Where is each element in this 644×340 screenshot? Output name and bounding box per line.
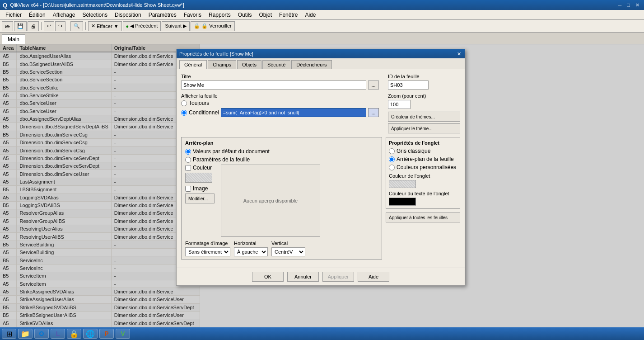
app-icon: Q <box>3 2 7 9</box>
parametres-feuille-label: Paramètres de la feuille <box>193 156 250 163</box>
id-section: ID de la feuille <box>388 74 460 90</box>
taskbar-explorer[interactable]: 📁 <box>18 329 33 339</box>
modifier-button[interactable]: Modifier... <box>185 194 215 203</box>
horizontal-label: Horizontal <box>234 241 268 246</box>
verrouiller-button[interactable]: 🔒 🔒 Verrouiller <box>191 21 235 31</box>
id-input[interactable] <box>388 80 429 90</box>
dialog-tab-general[interactable]: Général <box>179 60 207 69</box>
toujours-radio[interactable] <box>181 100 187 106</box>
effacer-icon: ✕ <box>91 23 95 29</box>
couleur-checkbox[interactable] <box>185 165 191 171</box>
tab-main[interactable]: Main <box>2 34 25 44</box>
afficher-label: Afficher la feuille <box>181 93 379 99</box>
effacer-button[interactable]: ✕ Effacer ▼ <box>88 21 122 31</box>
qlik-icon: V <box>121 330 125 337</box>
menu-disposition[interactable]: Disposition <box>111 11 145 19</box>
preview-area: Aucun aperçu disponible <box>221 165 320 237</box>
formatage-row: Formatage d'image Sans étirement Horizon… <box>185 241 378 256</box>
aide-button[interactable]: Aide <box>358 272 389 282</box>
chrome-icon: 🌐 <box>86 330 95 338</box>
menu-aide[interactable]: Aide <box>301 11 319 19</box>
arriere-plan-onglet-radio[interactable] <box>389 156 395 162</box>
close-button[interactable]: ✕ <box>634 2 641 8</box>
print-button[interactable]: 🖨 <box>28 21 39 31</box>
vertical-section: Vertical CentréV <box>271 241 305 256</box>
toujours-row: Toujours <box>181 100 379 106</box>
toolbar-separator-3 <box>85 22 86 30</box>
search-button[interactable]: 🔍 <box>70 21 83 31</box>
taskbar-start[interactable]: ⊞ <box>2 329 16 339</box>
arriere-plan-title: Arrière-plan <box>185 140 378 146</box>
parametres-feuille-radio[interactable] <box>185 157 191 163</box>
taskbar: ⊞ 📁 O L 🔒 🌐 P V <box>0 327 644 340</box>
save-button[interactable]: 💾 <box>14 21 27 31</box>
dialog-buttons: OK Annuler Appliquer Aide <box>177 268 465 285</box>
valeurs-defaut-radio[interactable] <box>185 149 191 155</box>
taskbar-outlook[interactable]: O <box>34 329 49 339</box>
ok-button[interactable]: OK <box>252 272 284 282</box>
onglet-props-title: Propriétés de l'onglet <box>389 140 457 146</box>
couleur-texte-swatch[interactable] <box>389 198 416 206</box>
dialog-tab-declencheurs[interactable]: Déclencheurs <box>291 60 331 69</box>
valeurs-defaut-label: Valeurs par défaut du document <box>193 148 270 155</box>
taskbar-qlik[interactable]: V <box>116 329 130 339</box>
menu-parametres[interactable]: Paramètres <box>145 11 180 19</box>
titre-input[interactable] <box>181 80 366 90</box>
couleurs-personnalisees-radio[interactable] <box>389 165 395 170</box>
image-checkbox[interactable] <box>185 186 191 192</box>
appliquer-toutes-button[interactable]: Appliquer à toutes les feuilles <box>386 212 460 222</box>
vertical-select[interactable]: CentréV <box>271 247 305 256</box>
formatage-select[interactable]: Sans étirement <box>185 247 230 256</box>
explorer-icon: 📁 <box>21 330 30 338</box>
createur-themes-button[interactable]: Créateur de thèmes... <box>388 112 460 122</box>
zoom-input[interactable] <box>388 100 411 109</box>
gris-classique-label: Gris classique <box>397 148 430 154</box>
precedent-button[interactable]: ● ◀ Précédent <box>123 21 161 31</box>
horizontal-select[interactable]: À gauche <box>234 247 268 256</box>
menu-outils[interactable]: Outils <box>234 11 256 19</box>
effacer-arrow: ▼ <box>114 24 119 29</box>
zoom-theme-section: Zoom (pour cent) Créateur de thèmes... A… <box>388 93 460 133</box>
menu-favoris[interactable]: Favoris <box>180 11 205 19</box>
toujours-label: Toujours <box>189 100 209 106</box>
id-label: ID de la feuille <box>388 74 460 79</box>
minimize-button[interactable]: ─ <box>616 2 624 8</box>
condition-browse-button[interactable]: ... <box>368 108 379 117</box>
menu-fenetre[interactable]: Fenêtre <box>275 11 301 19</box>
menu-fichier[interactable]: Fichier <box>2 11 25 19</box>
couleur-onglet-swatch[interactable] <box>389 180 416 188</box>
formatage-label: Formatage d'image <box>185 241 230 246</box>
appliquer-theme-button[interactable]: Appliquer le thème... <box>388 123 460 133</box>
outlook-icon: O <box>39 330 44 337</box>
dialog-title-bar: Propriétés de la feuille [Show Me] ✕ <box>177 49 465 58</box>
menu-rapports[interactable]: Rapports <box>205 11 234 19</box>
menu-edition[interactable]: Édition <box>25 11 49 19</box>
taskbar-teams[interactable]: L <box>51 329 65 339</box>
condition-input[interactable] <box>221 108 366 117</box>
suivant-button[interactable]: Suivant ▶ <box>162 21 190 31</box>
new-button[interactable]: 🗁 <box>2 21 13 31</box>
titre-browse-button[interactable]: ... <box>368 80 379 90</box>
maximize-button[interactable]: □ <box>625 2 632 8</box>
gris-classique-radio[interactable] <box>389 148 395 154</box>
menu-selections[interactable]: Sélections <box>79 11 111 19</box>
redo-button[interactable]: ↪ <box>55 21 65 31</box>
undo-button[interactable]: ↩ <box>44 21 54 31</box>
couleur-swatch[interactable] <box>185 173 212 183</box>
dialog-tab-champs[interactable]: Champs <box>208 60 236 69</box>
conditionnel-radio[interactable] <box>181 110 187 116</box>
dialog-tabs: Général Champs Objets Sécurité Déclenche… <box>177 58 465 69</box>
annuler-button[interactable]: Annuler <box>287 272 319 282</box>
appliquer-button[interactable]: Appliquer <box>322 272 354 282</box>
taskbar-powerpoint[interactable]: P <box>99 329 114 339</box>
dialog-close-button[interactable]: ✕ <box>456 51 462 57</box>
effacer-label: Effacer <box>97 24 112 29</box>
parametres-feuille-row: Paramètres de la feuille <box>185 156 378 163</box>
dialog-tab-objets[interactable]: Objets <box>237 60 261 69</box>
dialog-tab-securite[interactable]: Sécurité <box>262 60 290 69</box>
couleurs-personnalisees-label: Couleurs personnalisées <box>397 164 456 170</box>
taskbar-chrome[interactable]: 🌐 <box>83 329 98 339</box>
taskbar-security[interactable]: 🔒 <box>67 329 81 339</box>
menu-affichage[interactable]: Affichage <box>49 11 79 19</box>
menu-objet[interactable]: Objet <box>255 11 275 19</box>
